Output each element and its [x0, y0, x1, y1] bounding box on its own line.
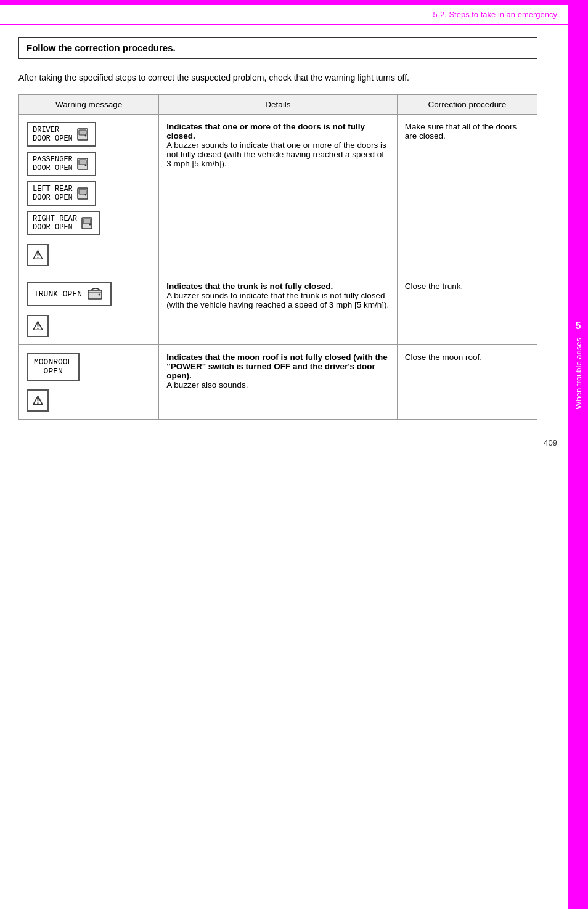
correction-cell-doors: Make sure that all of the doors are clos… — [397, 115, 537, 274]
door-details-bold: Indicates that one or more of the doors … — [166, 122, 365, 141]
right-rear-door-warning: RIGHT REARDOOR OPEN — [27, 211, 100, 235]
moonroof-details-bold: Indicates that the moon roof is not full… — [166, 353, 388, 380]
main-content: Follow the correction procedures. After … — [0, 25, 568, 432]
warning-cell-trunk: TRUNK OPEN ⚠ — [19, 274, 159, 345]
svg-rect-1 — [79, 130, 86, 135]
details-cell-trunk: Indicates that the trunk is not fully cl… — [159, 274, 397, 345]
table-row: TRUNK OPEN ⚠ Indicates that the trunk — [19, 274, 537, 345]
section-box: Follow the correction procedures. — [18, 37, 537, 59]
door-details-normal: A buzzer sounds to indicate that one or … — [166, 141, 386, 168]
moonroof-open-warning: MOONROOF OPEN — [27, 353, 80, 381]
moonroof-correction-text: Close the moon roof. — [405, 353, 482, 362]
trunk-details-bold: Indicates that the trunk is not fully cl… — [166, 282, 333, 291]
door-caution-icon: ⚠ — [27, 244, 49, 266]
top-bar — [0, 0, 588, 5]
warning-cell-doors: DRIVERDOOR OPEN PASSENGERDOOR OPEN — [19, 115, 159, 274]
left-rear-door-text: LEFT REARDOOR OPEN — [33, 185, 73, 202]
moonroof-open-text: MOONROOF — [34, 357, 72, 367]
moonroof-details-bold2: "POWER" switch is turned OFF and the dri… — [166, 362, 375, 380]
right-rear-door-icon — [81, 216, 94, 230]
svg-rect-4 — [79, 160, 86, 165]
section-box-title: Follow the correction procedures. — [27, 43, 176, 53]
svg-point-8 — [84, 194, 86, 196]
left-rear-door-icon — [76, 187, 90, 200]
col-header-details: Details — [159, 95, 397, 115]
trunk-correction-text: Close the trunk. — [405, 282, 463, 291]
driver-door-text: DRIVERDOOR OPEN — [33, 126, 73, 143]
left-rear-door-warning: LEFT REARDOOR OPEN — [27, 181, 96, 206]
door-correction-text: Make sure that all of the doors are clos… — [405, 122, 517, 141]
trunk-details-normal: A buzzer sounds to indicate that the tru… — [166, 291, 389, 309]
trunk-open-warning: TRUNK OPEN — [27, 282, 112, 306]
passenger-door-text: PASSENGERDOOR OPEN — [33, 155, 73, 173]
moonroof-details-normal: A buzzer also sounds. — [166, 380, 248, 389]
page-number: 409 — [0, 432, 588, 454]
warning-table: Warning message Details Correction proce… — [18, 94, 537, 420]
trunk-open-text: TRUNK OPEN — [34, 290, 82, 299]
svg-point-5 — [84, 165, 86, 166]
right-sidebar: 5 When trouble arises — [568, 0, 588, 909]
door-warnings-group: DRIVERDOOR OPEN PASSENGERDOOR OPEN — [27, 122, 151, 266]
correction-cell-moonroof: Close the moon roof. — [397, 345, 537, 420]
passenger-door-icon — [76, 157, 90, 171]
trunk-icon — [87, 287, 104, 301]
col-header-warning: Warning message — [19, 95, 159, 115]
trunk-warnings-group: TRUNK OPEN ⚠ — [27, 282, 151, 337]
passenger-door-warning: PASSENGERDOOR OPEN — [27, 152, 96, 176]
right-rear-door-text: RIGHT REARDOOR OPEN — [33, 214, 77, 232]
svg-point-2 — [84, 135, 86, 137]
driver-door-icon — [76, 128, 90, 141]
svg-rect-10 — [83, 219, 91, 224]
moonroof-open-text2: OPEN — [44, 367, 63, 376]
trunk-caution-icon: ⚠ — [27, 315, 49, 337]
moonroof-warnings-group: MOONROOF OPEN ⚠ — [27, 353, 151, 412]
moonroof-caution-icon: ⚠ — [27, 389, 49, 412]
details-cell-moonroof: Indicates that the moon roof is not full… — [159, 345, 397, 420]
table-row: MOONROOF OPEN ⚠ Indicates that the moon … — [19, 345, 537, 420]
sidebar-chapter-text: When trouble arises — [574, 338, 583, 409]
correction-cell-trunk: Close the trunk. — [397, 274, 537, 345]
section-title: 5-2. Steps to take in an emergency — [433, 10, 557, 19]
warning-cell-moonroof: MOONROOF OPEN ⚠ — [19, 345, 159, 420]
table-row: DRIVERDOOR OPEN PASSENGERDOOR OPEN — [19, 115, 537, 274]
svg-rect-7 — [79, 189, 86, 194]
svg-point-11 — [89, 224, 91, 226]
col-header-correction: Correction procedure — [397, 95, 537, 115]
svg-point-13 — [99, 294, 100, 296]
intro-paragraph: After taking the specified steps to corr… — [18, 71, 537, 84]
sidebar-chapter-number: 5 — [576, 320, 581, 332]
driver-door-warning: DRIVERDOOR OPEN — [27, 122, 96, 147]
page-section-header: 5-2. Steps to take in an emergency — [0, 5, 588, 25]
details-cell-doors: Indicates that one or more of the doors … — [159, 115, 397, 274]
